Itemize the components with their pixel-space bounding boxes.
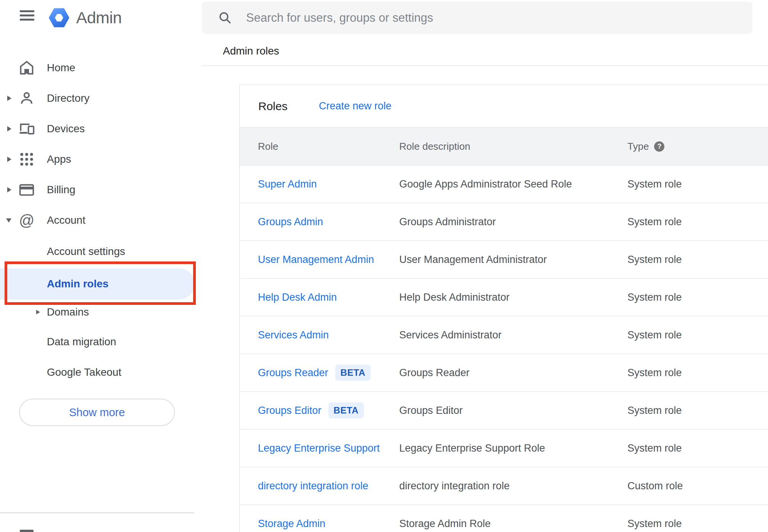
role-type: Custom role <box>627 480 683 492</box>
role-type: System role <box>627 405 682 417</box>
home-icon <box>18 59 35 76</box>
role-link[interactable]: Legacy Enterprise Support <box>258 442 380 454</box>
sidebar-item-apps[interactable]: Apps <box>0 147 194 171</box>
table-row: Groups Admin Groups Administrator System… <box>240 203 768 241</box>
breadcrumb: Admin roles <box>223 43 279 59</box>
role-description: Legacy Enterprise Support Role <box>399 442 545 454</box>
beta-badge: BETA <box>328 402 364 418</box>
at-sign-icon: @ <box>18 212 35 229</box>
role-type: System role <box>627 442 682 454</box>
role-description: Storage Admin Role <box>399 518 491 530</box>
sidebar-item-label: Account <box>47 214 85 226</box>
cutoff-nav-icon <box>20 530 34 532</box>
table-row: Legacy Enterprise Support Legacy Enterpr… <box>240 429 768 467</box>
role-link[interactable]: Storage Admin <box>258 518 325 530</box>
role-description: Help Desk Administrator <box>399 292 510 303</box>
expand-caret-icon[interactable] <box>7 126 11 131</box>
role-link[interactable]: Groups Admin <box>258 216 323 228</box>
role-type: System role <box>627 367 682 379</box>
table-row: Help Desk Admin Help Desk Administrator … <box>240 279 768 316</box>
sidebar-item-devices[interactable]: Devices <box>0 117 194 141</box>
sidebar-item-label: Apps <box>47 153 71 165</box>
role-link[interactable]: Super Admin <box>258 178 317 190</box>
role-description: directory integration role <box>399 480 510 492</box>
help-icon[interactable]: ? <box>654 141 664 152</box>
role-type: System role <box>627 178 682 190</box>
role-link[interactable]: Help Desk Admin <box>258 292 337 303</box>
sidebar-item-label: Directory <box>47 92 90 104</box>
sidebar-item-google-takeout[interactable]: Google Takeout <box>0 361 194 384</box>
collapse-caret-icon[interactable] <box>6 218 11 223</box>
role-type: System role <box>627 518 682 530</box>
role-link[interactable]: User Management Admin <box>258 254 374 266</box>
role-description: Google Apps Administrator Seed Role <box>399 178 572 190</box>
table-header-row: Role Role description Type ? <box>240 127 768 165</box>
table-row: Super Admin Google Apps Administrator Se… <box>240 165 768 203</box>
app-title: Admin <box>76 7 122 28</box>
role-link[interactable]: Services Admin <box>258 329 329 341</box>
role-type: System role <box>627 292 682 303</box>
credit-card-icon <box>18 181 35 198</box>
role-description: Groups Editor <box>399 405 463 417</box>
role-description: Groups Reader <box>399 367 470 379</box>
sidebar: Admin Home Directory Devices <box>0 0 202 532</box>
role-type: System role <box>627 329 682 341</box>
sidebar-item-label: Admin roles <box>47 278 109 290</box>
sidebar-item-home[interactable]: Home <box>0 56 194 80</box>
table-row: User Management Admin User Management Ad… <box>240 241 768 279</box>
role-type: System role <box>627 254 682 266</box>
table-row: Services Admin Services Administrator Sy… <box>240 316 768 354</box>
sidebar-item-label: Billing <box>47 184 75 196</box>
apps-grid-icon <box>18 151 35 168</box>
roles-card-header: Roles Create new role <box>240 85 768 127</box>
sidebar-item-label: Account settings <box>47 245 125 258</box>
search-icon <box>218 11 232 25</box>
sidebar-item-billing[interactable]: Billing <box>0 178 194 202</box>
table-row: Groups Reader BETA Groups Reader System … <box>240 354 768 392</box>
column-header-description: Role description <box>399 141 470 152</box>
person-icon <box>18 90 35 107</box>
header-divider <box>202 66 768 66</box>
sidebar-item-label: Devices <box>47 123 85 135</box>
beta-badge: BETA <box>335 365 371 381</box>
role-description: Services Administrator <box>399 329 502 341</box>
expand-caret-icon[interactable] <box>7 157 11 162</box>
role-link[interactable]: directory integration role <box>258 480 368 492</box>
table-row: Groups Editor BETA Groups Editor System … <box>240 392 768 429</box>
menu-hamburger-icon[interactable] <box>20 10 34 21</box>
role-description: Groups Administrator <box>399 216 496 228</box>
sidebar-item-directory[interactable]: Directory <box>0 86 194 111</box>
role-description: User Management Administrator <box>399 254 547 266</box>
sidebar-item-label: Domains <box>47 306 89 318</box>
table-row: Storage Admin Storage Admin Role System … <box>240 505 768 532</box>
expand-caret-icon[interactable] <box>36 310 40 314</box>
column-header-type: Type ? <box>627 141 664 152</box>
create-new-role-link[interactable]: Create new role <box>319 100 392 112</box>
show-more-button[interactable]: Show more <box>19 399 175 426</box>
sidebar-item-data-migration[interactable]: Data migration <box>0 330 194 353</box>
sidebar-item-domains[interactable]: Domains <box>0 301 194 324</box>
table-row: directory integration role directory int… <box>240 467 768 505</box>
sidebar-item-account[interactable]: @ Account <box>0 208 194 232</box>
sidebar-bottom-divider <box>0 512 194 513</box>
role-link-with-badge[interactable]: Groups Reader BETA <box>258 365 371 381</box>
roles-card: Roles Create new role Role Role descript… <box>239 85 768 532</box>
role-link[interactable]: Groups Editor <box>258 405 322 417</box>
role-link[interactable]: Groups Reader <box>258 367 328 379</box>
expand-caret-icon[interactable] <box>7 96 11 101</box>
devices-icon <box>18 120 35 137</box>
role-type: System role <box>627 216 682 228</box>
sidebar-item-admin-roles[interactable]: Admin roles <box>0 268 195 300</box>
sidebar-item-label: Data migration <box>47 336 116 348</box>
search-placeholder: Search for users, groups or settings <box>246 11 433 25</box>
sidebar-item-label: Google Takeout <box>47 366 122 378</box>
admin-logo-icon <box>49 8 69 28</box>
role-link-with-badge[interactable]: Groups Editor BETA <box>258 402 364 418</box>
roles-title: Roles <box>258 100 288 113</box>
column-header-role: Role <box>258 141 278 152</box>
sidebar-item-label: Home <box>47 62 75 74</box>
sidebar-item-account-settings[interactable]: Account settings <box>0 240 194 263</box>
search-input[interactable]: Search for users, groups or settings <box>202 2 752 34</box>
expand-caret-icon[interactable] <box>7 187 11 192</box>
